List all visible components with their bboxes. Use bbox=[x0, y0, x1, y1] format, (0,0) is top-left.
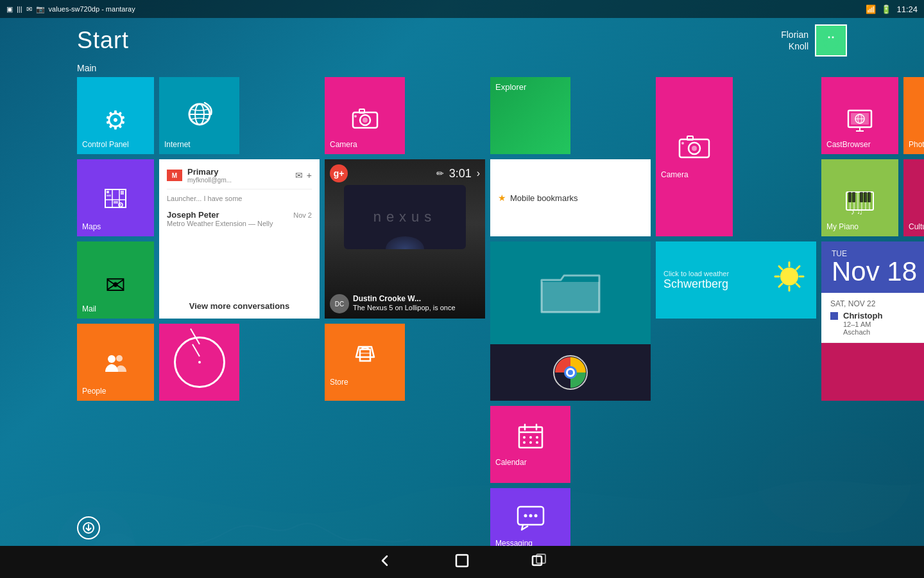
svg-point-5 bbox=[828, 37, 830, 39]
view-more-conversations[interactable]: View more conversations bbox=[167, 296, 312, 311]
cal-day-label: TUE bbox=[832, 249, 924, 258]
download-button[interactable] bbox=[77, 516, 100, 539]
cal-event-name: Christoph bbox=[843, 311, 882, 320]
svg-point-23 bbox=[116, 355, 123, 362]
cast-label: CastBrowser bbox=[826, 140, 871, 149]
tile-photos[interactable]: Photos bbox=[903, 77, 924, 154]
tile-gplus[interactable]: g+ ✏ 3:01 › nexus DC Dustin Cro bbox=[325, 159, 485, 319]
mail-subject: Metro Weather Extension — Nelly bbox=[167, 220, 312, 227]
folder-area bbox=[490, 241, 651, 344]
tile-calendar[interactable]: Calendar bbox=[490, 406, 570, 483]
svg-rect-55 bbox=[687, 136, 693, 140]
user-name: Florian Knoll bbox=[781, 29, 809, 52]
folder-icon bbox=[538, 270, 603, 315]
post-author-avatar: DC bbox=[330, 294, 349, 313]
mail-add-icon[interactable]: + bbox=[307, 170, 312, 180]
tile-camera2[interactable]: Camera bbox=[656, 77, 733, 236]
gplus-header: g+ ✏ 3:01 › bbox=[330, 164, 480, 182]
svg-point-22 bbox=[108, 355, 116, 363]
tile-control-panel[interactable]: ⚙ Control Panel bbox=[77, 77, 154, 154]
tile-weather[interactable]: Click to load weather Schwertberg bbox=[656, 241, 816, 319]
tile-store[interactable]: Store bbox=[325, 324, 405, 401]
nexus-label: nexus bbox=[373, 209, 437, 225]
cal-event-row: SAT, NOV 22 Christoph 12–1 AM Aschach bbox=[821, 293, 924, 343]
internet-label: Internet bbox=[164, 140, 191, 149]
svg-point-29 bbox=[363, 118, 368, 123]
svg-point-31 bbox=[354, 115, 357, 118]
svg-point-37 bbox=[568, 370, 573, 375]
ie-icon bbox=[185, 100, 214, 135]
svg-point-44 bbox=[536, 436, 538, 439]
bookmark-item: ★ Mobile bookmarks bbox=[498, 193, 643, 203]
svg-point-51 bbox=[534, 514, 537, 518]
svg-rect-80 bbox=[848, 192, 851, 202]
svg-rect-82 bbox=[860, 192, 863, 202]
svg-rect-19 bbox=[121, 191, 124, 195]
sun-icon bbox=[773, 260, 806, 301]
clock-center bbox=[198, 361, 201, 363]
svg-line-62 bbox=[779, 267, 782, 270]
tile-camera1[interactable]: Camera bbox=[325, 77, 405, 154]
gplus-icon: g+ bbox=[330, 164, 348, 182]
tile-maps[interactable]: Maps bbox=[77, 159, 154, 236]
mail-label: Mail bbox=[82, 304, 96, 313]
svg-rect-83 bbox=[864, 192, 867, 202]
recents-button[interactable] bbox=[526, 548, 552, 577]
notification-icon-3: ✉ bbox=[26, 5, 32, 13]
camera2-icon bbox=[678, 134, 710, 162]
tile-bookmarks[interactable]: ★ Mobile bookmarks bbox=[490, 159, 651, 236]
col6-row1: CastBrowser Photos bbox=[821, 77, 924, 154]
cultural-label: Cultural Tirol bbox=[909, 222, 924, 231]
svg-rect-88 bbox=[456, 555, 468, 566]
tiles-container: ⚙ Control Panel Maps bbox=[77, 77, 860, 565]
tile-cast-browser[interactable]: CastBrowser bbox=[821, 77, 898, 154]
svg-rect-84 bbox=[868, 192, 871, 202]
status-bar-left: ▣ ||| ✉ 📷 values-sw720dp - mantaray bbox=[6, 5, 135, 13]
gplus-time: 3:01 bbox=[449, 167, 472, 180]
mail-header-left: M Primary myfknoll@gm... bbox=[167, 167, 232, 184]
gmail-icon: M bbox=[167, 170, 182, 181]
svg-point-21 bbox=[120, 204, 121, 206]
explorer-label: Explorer bbox=[495, 82, 565, 92]
svg-point-6 bbox=[832, 37, 834, 39]
chrome-area bbox=[490, 344, 651, 401]
svg-point-49 bbox=[524, 514, 527, 518]
nav-bar bbox=[0, 546, 924, 578]
svg-text:♪ ♫: ♪ ♫ bbox=[851, 207, 862, 215]
mail-account-email: myfknoll@gm... bbox=[187, 177, 232, 184]
tile-cultural-tirol[interactable]: 🦅 Cultural Tirol bbox=[903, 159, 924, 236]
tile-my-piano[interactable]: ♪ ♫ My Piano bbox=[821, 159, 898, 236]
calendar-icon bbox=[517, 422, 545, 453]
people-icon bbox=[103, 350, 128, 381]
svg-rect-17 bbox=[107, 195, 111, 197]
cal-widget-header: TUE Nov 18 bbox=[821, 241, 924, 293]
home-button[interactable] bbox=[449, 548, 475, 577]
tile-mail-widget[interactable]: M Primary myfknoll@gm... ✉ + Launcher...… bbox=[159, 159, 320, 319]
cal-event-details: Christoph 12–1 AM Aschach bbox=[843, 311, 882, 336]
svg-point-57 bbox=[780, 268, 798, 286]
mail-date: Nov 2 bbox=[293, 211, 312, 219]
photos-label: Photos bbox=[909, 140, 924, 149]
tile-calendar-widget[interactable]: TUE Nov 18 SAT, NOV 22 Christoph 12–1 AM… bbox=[821, 241, 924, 401]
notification-icon-4: 📷 bbox=[36, 5, 45, 13]
tile-explorer[interactable]: Explorer bbox=[490, 77, 570, 154]
weather-click-label: Click to load weather bbox=[663, 270, 729, 277]
cast-icon bbox=[847, 109, 873, 135]
tile-mail[interactable]: ✉ Mail bbox=[77, 241, 154, 319]
cal-event-date: SAT, NOV 22 bbox=[830, 299, 924, 308]
tile-people[interactable]: People bbox=[77, 324, 154, 401]
mail-compose-icon[interactable]: ✉ bbox=[295, 170, 303, 180]
top-header: Start Florian Knoll bbox=[0, 18, 924, 63]
notification-icon-2: ||| bbox=[17, 5, 22, 13]
svg-line-64 bbox=[796, 267, 800, 270]
svg-rect-81 bbox=[852, 192, 855, 202]
status-bar-right: 📶 🔋 11:24 bbox=[866, 4, 918, 14]
clock-minute-hand bbox=[190, 328, 200, 344]
tile-internet[interactable]: Internet bbox=[159, 77, 239, 154]
back-button[interactable] bbox=[372, 548, 398, 577]
pencil-icon: ✏ bbox=[436, 168, 444, 179]
svg-rect-18 bbox=[114, 201, 118, 204]
tile-chrome-folder[interactable] bbox=[490, 241, 651, 401]
battery-icon: 🔋 bbox=[881, 4, 891, 14]
tile-clock[interactable] bbox=[159, 324, 239, 401]
